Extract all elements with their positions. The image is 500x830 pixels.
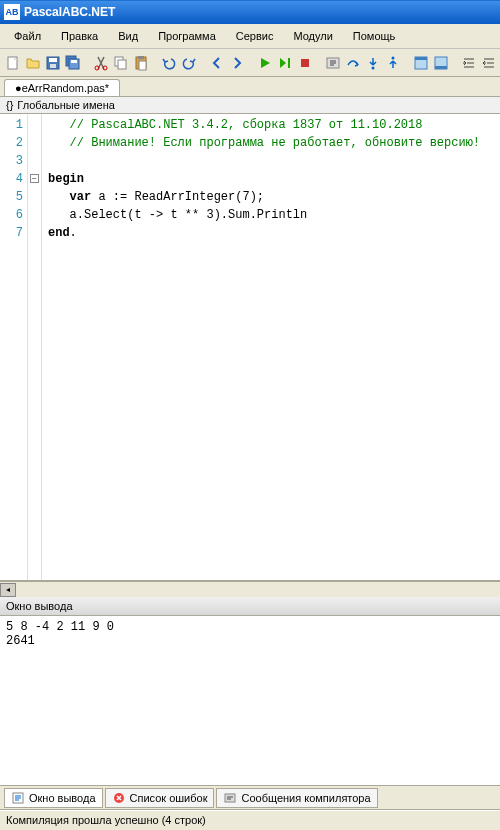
line-num: 4	[2, 170, 23, 188]
step-into-button[interactable]	[364, 52, 382, 74]
line-num: 5	[2, 188, 23, 206]
bottom-tab-bar: Окно вывода Список ошибок Сообщения комп…	[0, 786, 500, 810]
menu-service[interactable]: Сервис	[228, 28, 282, 44]
menu-bar: Файл Правка Вид Программа Сервис Модули …	[0, 24, 500, 49]
undo-button[interactable]	[160, 52, 178, 74]
toolbar	[0, 49, 500, 77]
line-num: 2	[2, 134, 23, 152]
svg-rect-25	[225, 794, 235, 802]
code-area[interactable]: // PascalABC.NET 3.4.2, сборка 1837 от 1…	[42, 114, 500, 580]
tab-errors-label: Список ошибок	[130, 792, 208, 804]
output-icon	[11, 791, 25, 805]
svg-point-17	[372, 66, 375, 69]
step-over-button[interactable]	[344, 52, 362, 74]
horizontal-scrollbar[interactable]: ◂	[0, 581, 500, 597]
fold-gutter: −	[28, 114, 42, 580]
run-step-button[interactable]	[276, 52, 294, 74]
line-number-gutter: 1 2 3 4 5 6 7	[0, 114, 28, 580]
menu-program[interactable]: Программа	[150, 28, 224, 44]
line-num: 1	[2, 116, 23, 134]
panel-button-2[interactable]	[432, 52, 450, 74]
code-keyword: var	[70, 190, 92, 204]
svg-rect-6	[71, 60, 77, 63]
save-button[interactable]	[44, 52, 62, 74]
indent-button[interactable]	[460, 52, 478, 74]
outdent-button[interactable]	[480, 52, 498, 74]
line-num: 7	[2, 224, 23, 242]
back-button[interactable]	[208, 52, 226, 74]
menu-help[interactable]: Помощь	[345, 28, 404, 44]
tab-bar: ●eArrRandom.pas*	[0, 77, 500, 97]
status-text: Компиляция прошла успешно (4 строк)	[6, 814, 206, 826]
tab-label: eArrRandom.pas*	[22, 82, 109, 94]
save-all-button[interactable]	[64, 52, 82, 74]
svg-rect-10	[118, 60, 126, 69]
global-names-bar[interactable]: {} Глобальные имена	[0, 97, 500, 114]
code-text: a := ReadArrInteger(7);	[91, 190, 264, 204]
line-num: 6	[2, 206, 23, 224]
status-bar: Компиляция прошла успешно (4 строк)	[0, 810, 500, 830]
tab-compiler[interactable]: Сообщения компилятора	[216, 788, 377, 808]
redo-button[interactable]	[180, 52, 198, 74]
code-comment: // Внимание! Если программа не работает,…	[48, 136, 480, 150]
braces-icon: {}	[6, 99, 13, 111]
panel-button-1[interactable]	[412, 52, 430, 74]
svg-rect-14	[288, 58, 290, 68]
code-text: a.Select(t -> t ** 3).Sum.Println	[48, 208, 307, 222]
menu-view[interactable]: Вид	[110, 28, 146, 44]
svg-rect-20	[415, 57, 427, 60]
cut-button[interactable]	[92, 52, 110, 74]
tab-compiler-label: Сообщения компилятора	[241, 792, 370, 804]
svg-rect-13	[139, 61, 146, 70]
code-keyword: begin	[48, 172, 84, 186]
code-comment: // PascalABC.NET 3.4.2, сборка 1837 от 1…	[48, 118, 422, 132]
menu-edit[interactable]: Правка	[53, 28, 106, 44]
stop-button[interactable]	[296, 52, 314, 74]
tab-errors[interactable]: Список ошибок	[105, 788, 215, 808]
svg-rect-3	[50, 64, 56, 68]
compiler-icon	[223, 791, 237, 805]
modified-indicator: ●	[15, 82, 22, 94]
code-editor[interactable]: 1 2 3 4 5 6 7 − // PascalABC.NET 3.4.2, …	[0, 114, 500, 581]
open-file-button[interactable]	[24, 52, 42, 74]
code-text	[48, 190, 70, 204]
window-title: PascalABC.NET	[24, 5, 115, 19]
line-num: 3	[2, 152, 23, 170]
svg-point-18	[392, 56, 395, 59]
svg-rect-12	[138, 56, 144, 59]
copy-button[interactable]	[112, 52, 130, 74]
compile-button[interactable]	[324, 52, 342, 74]
svg-rect-15	[301, 59, 309, 67]
output-panel[interactable]: 5 8 -4 2 11 9 0 2641	[0, 616, 500, 786]
tab-output-label: Окно вывода	[29, 792, 96, 804]
menu-file[interactable]: Файл	[6, 28, 49, 44]
menu-modules[interactable]: Модули	[285, 28, 340, 44]
errors-icon	[112, 791, 126, 805]
output-panel-title: Окно вывода	[0, 597, 500, 616]
new-file-button[interactable]	[4, 52, 22, 74]
output-line: 2641	[6, 634, 35, 648]
code-keyword: end	[48, 226, 70, 240]
code-text: .	[70, 226, 77, 240]
paste-button[interactable]	[132, 52, 150, 74]
title-bar: AB PascalABC.NET	[0, 0, 500, 24]
fold-toggle[interactable]: −	[30, 174, 39, 183]
forward-button[interactable]	[228, 52, 246, 74]
output-line: 5 8 -4 2 11 9 0	[6, 620, 114, 634]
run-button[interactable]	[256, 52, 274, 74]
file-tab[interactable]: ●eArrRandom.pas*	[4, 79, 120, 96]
tab-output[interactable]: Окно вывода	[4, 788, 103, 808]
scroll-left-button[interactable]: ◂	[0, 583, 16, 597]
step-out-button[interactable]	[384, 52, 402, 74]
svg-rect-2	[49, 58, 57, 62]
global-names-label: Глобальные имена	[17, 99, 115, 111]
app-icon: AB	[4, 4, 20, 20]
svg-rect-22	[435, 66, 447, 69]
